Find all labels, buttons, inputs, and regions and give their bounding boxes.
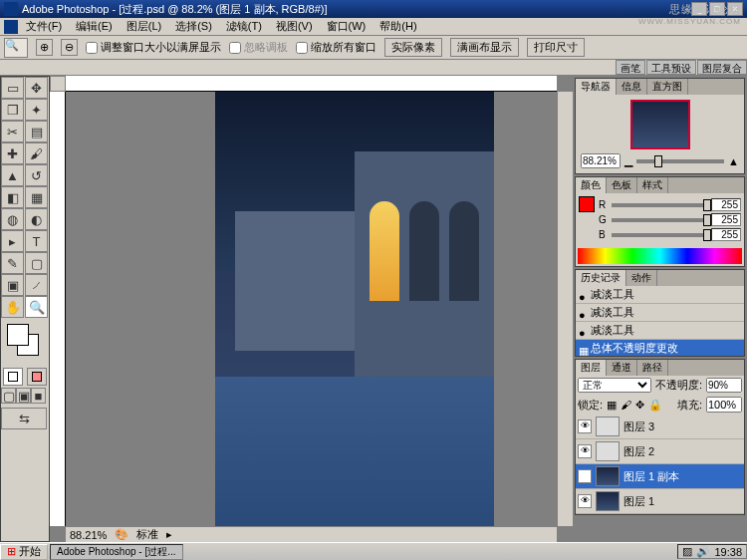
zoom-in-icon[interactable]: ⊕ xyxy=(36,39,53,56)
stamp-tool[interactable]: ▲ xyxy=(1,164,24,186)
nav-zoom-input[interactable] xyxy=(581,153,621,168)
lock-all-icon[interactable]: 🔒 xyxy=(648,399,662,412)
tray-icon[interactable]: ▨ xyxy=(682,545,692,558)
vertical-scrollbar[interactable] xyxy=(557,92,573,526)
history-item[interactable]: ●减淡工具 xyxy=(576,322,744,340)
print-size-button[interactable]: 打印尺寸 xyxy=(527,38,585,57)
brush-tool[interactable]: 🖌 xyxy=(25,142,48,164)
dodge-tool[interactable]: ◐ xyxy=(25,208,48,230)
screen-standard[interactable]: ▢ xyxy=(1,388,16,404)
jump-imageready[interactable]: ⇆ xyxy=(1,408,47,429)
tab-layer-comps[interactable]: 图层复合 xyxy=(697,60,747,75)
history-item[interactable]: ●减淡工具 xyxy=(576,304,744,322)
zoom-out-small[interactable]: ▁ xyxy=(624,154,632,167)
slice-tool[interactable]: ▤ xyxy=(25,121,48,142)
b-value[interactable]: 255 xyxy=(711,228,741,241)
tab-layers[interactable]: 图层 xyxy=(576,360,607,376)
horizontal-ruler[interactable] xyxy=(66,76,557,92)
hand-tool[interactable]: ✋ xyxy=(1,296,24,318)
color-sample[interactable] xyxy=(579,196,595,212)
visibility-icon[interactable]: 👁 xyxy=(578,469,592,483)
zoom-tool[interactable]: 🔍 xyxy=(25,296,48,318)
color-swatches[interactable] xyxy=(5,322,45,362)
zoom-in-small[interactable]: ▲ xyxy=(728,155,739,167)
canvas[interactable] xyxy=(66,92,557,526)
r-value[interactable]: 255 xyxy=(711,198,741,211)
color-spectrum[interactable] xyxy=(578,248,742,264)
tab-info[interactable]: 信息 xyxy=(617,79,647,95)
type-tool[interactable]: T xyxy=(25,230,48,252)
blur-tool[interactable]: ◍ xyxy=(1,208,24,230)
eyedropper-tool[interactable]: ⟋ xyxy=(25,274,48,296)
blend-mode-select[interactable]: 正常 xyxy=(578,378,651,393)
lasso-tool[interactable]: ❒ xyxy=(1,99,24,121)
screen-full-menu[interactable]: ▣ xyxy=(16,388,31,404)
zoom-out-icon[interactable]: ⊖ xyxy=(61,39,78,56)
clock[interactable]: 19:38 xyxy=(714,546,742,558)
system-tray[interactable]: ▨ 🔊 19:38 xyxy=(677,544,747,559)
actual-pixels-button[interactable]: 实际像素 xyxy=(384,38,442,57)
pen-tool[interactable]: ✎ xyxy=(1,252,24,274)
g-slider[interactable] xyxy=(612,218,708,222)
tab-actions[interactable]: 动作 xyxy=(626,270,657,286)
tab-tool-presets[interactable]: 工具预设 xyxy=(646,60,696,75)
menu-view[interactable]: 视图(V) xyxy=(270,18,319,35)
menu-window[interactable]: 窗口(W) xyxy=(321,18,373,35)
lock-trans-icon[interactable]: ▦ xyxy=(607,399,617,412)
history-item-active[interactable]: ▦总体不透明度更改 xyxy=(576,340,744,356)
screen-full[interactable]: ■ xyxy=(31,388,46,404)
notes-tool[interactable]: ▣ xyxy=(1,274,24,296)
menu-edit[interactable]: 编辑(E) xyxy=(70,18,119,35)
wand-tool[interactable]: ✦ xyxy=(25,99,48,121)
tab-histogram[interactable]: 直方图 xyxy=(647,79,688,95)
visibility-icon[interactable]: 👁 xyxy=(578,494,592,508)
visibility-icon[interactable]: 👁 xyxy=(578,444,592,458)
task-button[interactable]: Adobe Photoshop - [过程... xyxy=(50,544,183,560)
menu-filter[interactable]: 滤镜(T) xyxy=(220,18,268,35)
heal-tool[interactable]: ✚ xyxy=(1,142,24,164)
status-label[interactable]: 标准 xyxy=(136,527,158,542)
menu-select[interactable]: 选择(S) xyxy=(169,18,218,35)
g-value[interactable]: 255 xyxy=(711,213,741,226)
history-item[interactable]: ●减淡工具 xyxy=(576,286,744,304)
ignore-palettes-check[interactable]: 忽略调板 xyxy=(229,40,288,55)
navigator-thumbnail[interactable] xyxy=(630,100,690,149)
r-slider[interactable] xyxy=(612,203,708,207)
fill-input[interactable] xyxy=(706,397,742,413)
status-arrow[interactable]: ▸ xyxy=(166,528,172,541)
quickmask-mode[interactable] xyxy=(27,368,47,386)
tab-navigator[interactable]: 导航器 xyxy=(576,79,617,95)
vertical-ruler[interactable] xyxy=(50,92,66,526)
layer-item-active[interactable]: 👁图层 1 副本 xyxy=(576,464,744,489)
history-brush-tool[interactable]: ↺ xyxy=(25,164,48,186)
move-tool[interactable]: ✥ xyxy=(25,77,48,99)
resize-fit-check[interactable]: 调整窗口大小以满屏显示 xyxy=(86,40,221,55)
layer-item[interactable]: 👁图层 3 xyxy=(576,415,744,439)
eraser-tool[interactable]: ◧ xyxy=(1,186,24,208)
crop-tool[interactable]: ✂ xyxy=(1,121,24,142)
zoom-value[interactable]: 88.21% xyxy=(70,529,107,541)
tab-styles[interactable]: 样式 xyxy=(637,177,668,193)
zoom-all-check[interactable]: 缩放所有窗口 xyxy=(296,40,376,55)
nav-zoom-slider[interactable] xyxy=(636,159,724,163)
menu-file[interactable]: 文件(F) xyxy=(20,18,68,35)
b-slider[interactable] xyxy=(612,233,708,237)
zoom-tool-icon[interactable]: 🔍 xyxy=(4,38,28,58)
tab-history[interactable]: 历史记录 xyxy=(576,270,626,286)
path-tool[interactable]: ▸ xyxy=(1,230,24,252)
tab-channels[interactable]: 通道 xyxy=(607,360,637,376)
ruler-origin[interactable] xyxy=(50,76,66,92)
tab-paths[interactable]: 路径 xyxy=(637,360,668,376)
menu-help[interactable]: 帮助(H) xyxy=(374,18,422,35)
lock-move-icon[interactable]: ✥ xyxy=(635,399,644,412)
tab-color[interactable]: 颜色 xyxy=(576,177,607,193)
start-button[interactable]: ⊞开始 xyxy=(0,544,48,560)
tab-swatches[interactable]: 色板 xyxy=(607,177,637,193)
document-image[interactable] xyxy=(215,92,494,526)
tab-brushes[interactable]: 画笔 xyxy=(616,60,645,75)
opacity-input[interactable] xyxy=(706,378,742,393)
app-menu-icon[interactable] xyxy=(4,20,18,34)
gradient-tool[interactable]: ▦ xyxy=(25,186,48,208)
marquee-tool[interactable]: ▭ xyxy=(1,77,24,99)
layer-item[interactable]: 👁图层 2 xyxy=(576,439,744,464)
